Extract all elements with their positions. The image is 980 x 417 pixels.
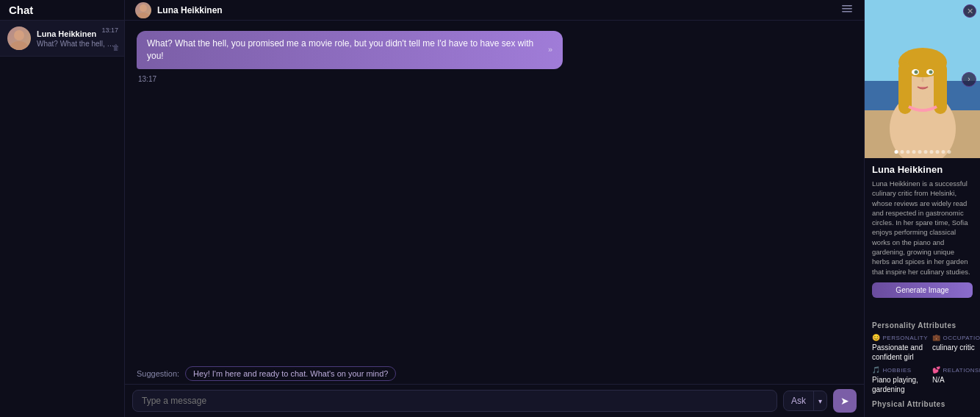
- right-panel: ✕ › Luna Heikkinen Luna Heikkinen is a s…: [864, 0, 980, 417]
- close-panel-button[interactable]: ✕: [963, 4, 976, 18]
- svg-point-1: [10, 41, 28, 50]
- hobbies-icon: 🎵: [872, 366, 881, 374]
- chat-time: 13:17: [101, 26, 118, 34]
- chat-header-user: Luna Heikkinen: [135, 2, 223, 18]
- svg-rect-5: [842, 8, 852, 10]
- attribute-relationship-label: 💕 RELATIONSHIP: [932, 366, 980, 374]
- message-bubble: What? What the hell, you promised me a m…: [137, 31, 563, 69]
- attribute-personality-label: 😊 PERSONALITY: [872, 334, 928, 341]
- sidebar: Chat Luna Heikkinen What? What the hell,…: [0, 0, 125, 417]
- chat-main: Luna Heikkinen What? What the hell, you …: [125, 0, 864, 417]
- svg-point-20: [929, 71, 933, 74]
- options-button[interactable]: [840, 2, 854, 18]
- attribute-hobbies-value: Piano playing, gardening: [872, 375, 928, 394]
- svg-point-0: [14, 30, 24, 40]
- dot-0: [895, 150, 898, 154]
- svg-rect-6: [842, 11, 852, 13]
- message-timestamp: 13:17: [138, 75, 852, 83]
- next-image-arrow[interactable]: ›: [962, 72, 976, 87]
- dot-2: [907, 150, 910, 154]
- image-dots: [895, 150, 951, 154]
- ask-chevron-icon[interactable]: ▾: [814, 393, 826, 410]
- svg-point-2: [140, 4, 147, 12]
- svg-point-3: [137, 13, 150, 18]
- forward-icon: »: [548, 44, 552, 55]
- send-icon: ➤: [840, 395, 849, 407]
- profile-info: Luna Heikkinen Luna Heikkinen is a succe…: [865, 158, 980, 321]
- profile-bio: Luna Heikkinen is a successful culinary …: [872, 179, 973, 277]
- attribute-occupation-value: culinary critic: [932, 343, 980, 352]
- app-title: Chat: [9, 4, 33, 16]
- profile-name: Luna Heikkinen: [872, 164, 973, 175]
- suggestion-bar: Suggestion: Hey! I'm here and ready to c…: [125, 363, 864, 384]
- chevron-right-icon: ›: [968, 75, 970, 83]
- dot-3: [912, 150, 916, 154]
- ask-label-button[interactable]: Ask: [784, 391, 814, 410]
- chat-preview: What? What the hell, you promised me a..…: [37, 40, 117, 48]
- occupation-icon: 💼: [932, 334, 941, 341]
- send-button[interactable]: ➤: [833, 389, 857, 413]
- chat-header-icons: [840, 2, 854, 18]
- message-input[interactable]: [132, 390, 777, 412]
- physical-attributes-title: Physical Attributes: [872, 400, 973, 408]
- ask-button-group: Ask ▾: [783, 391, 827, 411]
- dot-8: [942, 150, 945, 154]
- profile-image-container: ✕ ›: [865, 0, 980, 158]
- attribute-relationship: 💕 RELATIONSHIP N/A: [932, 366, 980, 394]
- chat-contact-name: Luna Heikkinen: [157, 5, 223, 15]
- attribute-personality: 😊 PERSONALITY Passionate and confident g…: [872, 334, 928, 362]
- personality-icon: 😊: [872, 334, 881, 341]
- message-text: What? What the hell, you promised me a m…: [147, 38, 538, 63]
- chat-delete-button[interactable]: 🗑: [112, 43, 120, 51]
- svg-rect-7: [849, 5, 851, 7]
- chat-header: Luna Heikkinen: [125, 0, 864, 21]
- header-avatar: [135, 2, 151, 18]
- suggestion-chip[interactable]: Hey! I'm here and ready to chat. What's …: [185, 366, 396, 381]
- attribute-relationship-value: N/A: [932, 375, 980, 385]
- avatar: [7, 26, 31, 50]
- dot-5: [924, 150, 928, 154]
- chat-input-bar: Ask ▾ ➤: [125, 384, 864, 417]
- physical-attributes-section: Physical Attributes: [865, 400, 980, 417]
- dot-7: [936, 150, 940, 154]
- attribute-hobbies: 🎵 HOBBIES Piano playing, gardening: [872, 366, 928, 394]
- relationship-icon: 💕: [932, 366, 941, 374]
- generate-image-button[interactable]: Generate Image: [872, 282, 973, 298]
- chat-list-item[interactable]: Luna Heikkinen What? What the hell, you …: [0, 21, 124, 57]
- svg-rect-4: [842, 5, 852, 7]
- attribute-occupation: 💼 OCCUPATION culinary critic: [932, 334, 980, 362]
- attribute-hobbies-label: 🎵 HOBBIES: [872, 366, 928, 374]
- attribute-personality-value: Passionate and confident girl: [872, 343, 928, 362]
- dot-9: [948, 150, 951, 154]
- svg-point-19: [915, 71, 918, 74]
- close-icon: ✕: [967, 7, 973, 16]
- sidebar-title: Chat: [0, 0, 124, 21]
- personality-attributes-section: Personality Attributes 😊 PERSONALITY Pas…: [865, 321, 980, 400]
- attribute-occupation-label: 💼 OCCUPATION: [932, 334, 980, 341]
- chat-messages: What? What the hell, you promised me a m…: [125, 21, 864, 363]
- suggestion-label: Suggestion:: [137, 369, 179, 378]
- dot-4: [918, 150, 922, 154]
- dot-1: [901, 150, 904, 154]
- attributes-grid: 😊 PERSONALITY Passionate and confident g…: [872, 334, 973, 394]
- personality-attributes-title: Personality Attributes: [872, 321, 973, 329]
- dot-6: [930, 150, 934, 154]
